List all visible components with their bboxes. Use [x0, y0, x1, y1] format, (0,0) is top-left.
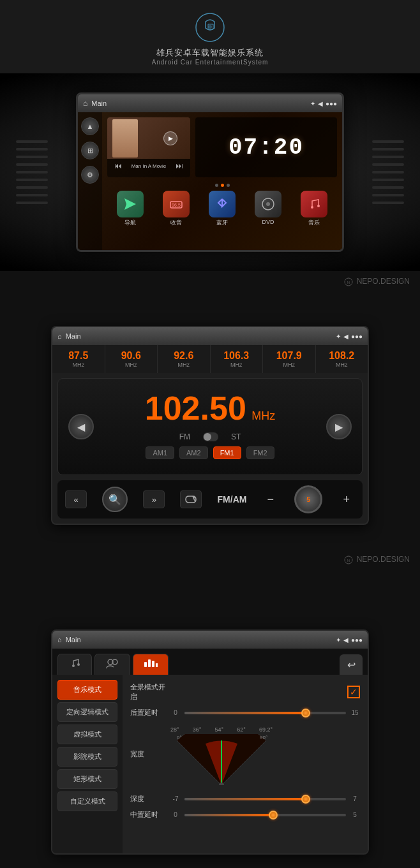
volume-knob[interactable]: 5: [294, 485, 322, 513]
signal-icon: ●●●: [326, 100, 337, 107]
center-delay-thumb[interactable]: [269, 811, 278, 820]
center-delay-slider[interactable]: 0 5: [170, 811, 360, 818]
status-icons: ✦ ◀ ●●●: [310, 100, 337, 107]
seek-prev-btn[interactable]: «: [65, 490, 87, 508]
app-radio[interactable]: 96.5 收音: [163, 191, 190, 247]
depth-min: -7: [170, 795, 181, 802]
minus-btn[interactable]: −: [262, 490, 280, 509]
mode-music[interactable]: 音乐模式: [57, 680, 117, 700]
music-label: 音乐: [308, 219, 320, 227]
rear-delay-thumb[interactable]: [301, 709, 310, 717]
tab-eq[interactable]: [133, 654, 169, 675]
depth-slider[interactable]: -7 7: [170, 795, 360, 802]
svg-rect-9: [16, 194, 48, 196]
preset-5-freq: 107.9: [266, 350, 313, 362]
preset-1-freq: 87.5: [55, 350, 102, 362]
width-degree-labels: 28° 36° 54° 62° 69.2°: [170, 726, 273, 733]
rear-delay-min: 0: [170, 709, 181, 716]
depth-row: 深度 -7 7: [130, 794, 360, 804]
radio-next-btn[interactable]: ▶: [326, 414, 352, 439]
svg-rect-37: [156, 663, 158, 667]
app-music[interactable]: 音乐: [301, 191, 327, 247]
preset-4[interactable]: 106.3 MHz: [211, 345, 264, 373]
preset-5[interactable]: 107.9 MHz: [263, 345, 316, 373]
radio-vol-icon: ◀: [343, 333, 349, 340]
width-fan-svg: 0° 90°: [170, 734, 273, 785]
preset-3-freq: 92.6: [160, 350, 207, 362]
app-bluetooth[interactable]: 蓝牙: [209, 191, 236, 247]
seek-next-btn[interactable]: »: [143, 490, 165, 508]
song-title: Man In A Movie: [131, 163, 167, 169]
bt-icon: [209, 191, 236, 217]
prev-btn[interactable]: ⏮: [114, 161, 122, 170]
clock-time: 07:20: [229, 135, 304, 161]
svg-rect-17: [372, 140, 404, 143]
svg-rect-3: [16, 148, 48, 151]
volume-number: 5: [306, 496, 310, 503]
svg-text:N: N: [347, 559, 350, 563]
next-btn[interactable]: ⏭: [176, 161, 183, 170]
preset-4-freq: 106.3: [213, 350, 260, 362]
rear-delay-fill: [184, 712, 306, 714]
plus-btn[interactable]: +: [338, 490, 355, 509]
screen-sidebar: ▲ ⊞ ⚙: [78, 112, 102, 250]
deg-69: 69.2°: [259, 726, 273, 733]
loop-btn[interactable]: [180, 490, 202, 508]
depth-thumb[interactable]: [301, 795, 310, 804]
tab-users[interactable]: [94, 654, 130, 675]
screen-content: ▲ ⊞ ⚙ ▶ ⏮ Man In A Movie: [78, 112, 342, 250]
back-btn[interactable]: ↩: [340, 654, 363, 675]
search-btn[interactable]: 🔍: [102, 487, 128, 512]
preset-2-unit: MHz: [108, 362, 155, 368]
preset-3[interactable]: 92.6 MHz: [158, 345, 211, 373]
preset-2[interactable]: 90.6 MHz: [105, 345, 158, 373]
svg-rect-8: [16, 186, 48, 189]
svg-point-31: [77, 663, 80, 666]
preset-3-unit: MHz: [160, 362, 207, 368]
band-fm2[interactable]: FM2: [246, 446, 274, 459]
dot-3: [227, 184, 230, 187]
dvd-icon: [255, 191, 281, 217]
radio-center: 102.50 MHz FM ST AM1 AM2 FM1 FM2: [94, 389, 326, 464]
header: 雄兵安卓车载智能娱乐系统 Android Car EntertainmentSy…: [0, 0, 420, 73]
mode-rect[interactable]: 矩形模式: [57, 769, 117, 789]
band-am1[interactable]: AM1: [146, 446, 174, 459]
panoramic-row: 全景模式开启 ✓: [130, 682, 360, 702]
app-nav[interactable]: 导航: [117, 191, 144, 247]
eq-signal-icon: ●●●: [351, 636, 363, 644]
svg-rect-36: [152, 661, 154, 667]
panoramic-checkbox[interactable]: ✓: [347, 686, 360, 698]
mode-custom[interactable]: 自定义模式: [57, 791, 117, 811]
preset-6[interactable]: 108.2 MHz: [316, 345, 368, 373]
center-delay-label: 中置延时: [130, 810, 165, 820]
tab-music-note[interactable]: [57, 654, 92, 675]
width-label: 宽度: [130, 724, 165, 759]
screen-statusbar: ⌂ Main ✦ ◀ ●●●: [78, 94, 342, 112]
radio-prev-btn[interactable]: ◀: [68, 414, 94, 439]
mode-virtual[interactable]: 虚拟模式: [57, 725, 117, 744]
mode-cinema[interactable]: 影院模式: [57, 747, 117, 767]
sidebar-up-btn[interactable]: ▲: [81, 117, 99, 135]
center-delay-max: 5: [350, 811, 360, 818]
rear-delay-track: [184, 712, 346, 714]
radio-bt-icon: ✦: [336, 333, 341, 340]
preset-1[interactable]: 87.5 MHz: [52, 345, 105, 373]
radio-statusbar-title: Main: [66, 332, 336, 340]
sidebar-grid-btn[interactable]: ⊞: [81, 142, 99, 159]
preset-6-unit: MHz: [319, 362, 366, 368]
app-dvd[interactable]: DVD: [255, 191, 281, 247]
stereo-toggle[interactable]: [203, 432, 218, 441]
band-am2[interactable]: AM2: [179, 446, 208, 459]
mode-directional[interactable]: 定向逻辑模式: [57, 702, 117, 722]
radio-display: ◀ 102.50 MHz FM ST AM1 AM2 FM1 FM2: [57, 378, 363, 475]
play-overlay-icon[interactable]: ▶: [163, 131, 177, 145]
svg-point-1: [208, 25, 212, 29]
eq-statusbar: ⌂ Main ✦ ◀ ●●●: [52, 631, 368, 649]
radio-controls: « 🔍 » FM/AM − 5 +: [57, 480, 363, 519]
radio-home-icon: ⌂: [57, 332, 62, 340]
sidebar-settings-btn[interactable]: ⚙: [81, 166, 99, 184]
radio-mode-row: FM ST: [94, 432, 326, 441]
rear-delay-slider[interactable]: 0 15: [170, 709, 360, 716]
band-fm1[interactable]: FM1: [213, 446, 241, 459]
deg-36: 36°: [193, 726, 202, 733]
